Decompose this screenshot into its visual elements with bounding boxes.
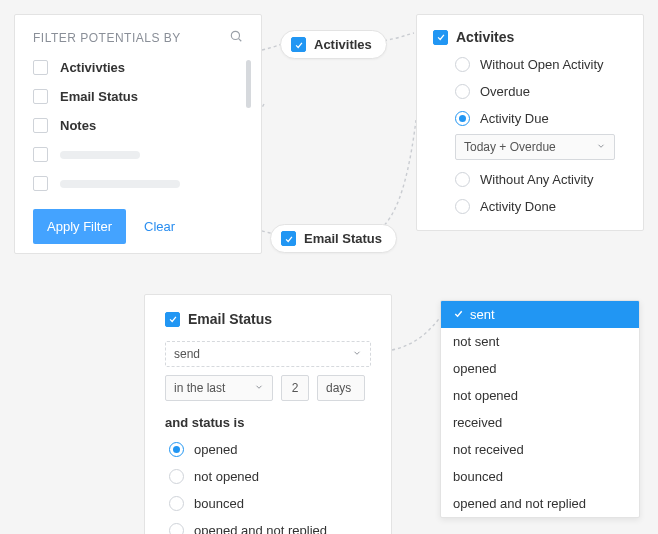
radio-opened[interactable]: opened xyxy=(169,442,371,457)
checkbox-checked[interactable] xyxy=(291,37,306,52)
dropdown-item-bounced[interactable]: bounced xyxy=(441,463,639,490)
checkbox-checked[interactable] xyxy=(433,30,448,45)
chevron-down-icon xyxy=(254,381,264,395)
radio[interactable] xyxy=(169,496,184,511)
dropdown-item-label: sent xyxy=(470,307,495,322)
dropdown-item-not-opened[interactable]: not opened xyxy=(441,382,639,409)
svg-point-0 xyxy=(231,31,239,39)
dropdown-item-not-received[interactable]: not received xyxy=(441,436,639,463)
email-primary-select[interactable]: send xyxy=(165,341,371,367)
filter-item-notes[interactable]: Notes xyxy=(33,118,243,133)
radio[interactable] xyxy=(455,84,470,99)
checkbox[interactable] xyxy=(33,176,48,191)
activities-panel: Activites Without Open Activity Overdue … xyxy=(416,14,644,231)
radio-selected[interactable] xyxy=(455,111,470,126)
dropdown-item-received[interactable]: received xyxy=(441,409,639,436)
filter-item-label: Activivties xyxy=(60,60,125,75)
dropdown-item-label: received xyxy=(453,415,502,430)
pill-activities[interactable]: Activitles xyxy=(280,30,387,59)
pill-label: Email Status xyxy=(304,231,382,246)
filter-item-email-status[interactable]: Email Status xyxy=(33,89,243,104)
radio-activity-due[interactable]: Activity Due xyxy=(455,111,627,126)
radio-label: not opened xyxy=(194,469,259,484)
radio-label: Overdue xyxy=(480,84,530,99)
status-dropdown[interactable]: sent not sent opened not opened received… xyxy=(440,300,640,518)
pill-email-status[interactable]: Email Status xyxy=(270,224,397,253)
radio-label: bounced xyxy=(194,496,244,511)
dropdown-item-opened[interactable]: opened xyxy=(441,355,639,382)
radio[interactable] xyxy=(455,199,470,214)
radio-label: Activity Done xyxy=(480,199,556,214)
check-icon xyxy=(453,307,464,322)
in-last-select[interactable]: in the last xyxy=(165,375,273,401)
clear-link[interactable]: Clear xyxy=(144,219,175,234)
checkbox[interactable] xyxy=(33,118,48,133)
pill-label: Activitles xyxy=(314,37,372,52)
radio-not-opened[interactable]: not opened xyxy=(169,469,371,484)
radio-without-any-activity[interactable]: Without Any Activity xyxy=(455,172,627,187)
dropdown-item-not-sent[interactable]: not sent xyxy=(441,328,639,355)
radio-opened-not-replied[interactable]: opened and not replied xyxy=(169,523,371,534)
radio[interactable] xyxy=(455,172,470,187)
dropdown-item-label: not received xyxy=(453,442,524,457)
email-status-header: Email Status xyxy=(188,311,272,327)
dropdown-item-label: opened and not replied xyxy=(453,496,586,511)
radio-label: opened and not replied xyxy=(194,523,327,534)
radio-label: Without Open Activity xyxy=(480,57,604,72)
and-status-label: and status is xyxy=(165,415,371,430)
select-value: in the last xyxy=(174,381,225,395)
activities-header: Activites xyxy=(456,29,514,45)
dropdown-item-sent[interactable]: sent xyxy=(441,301,639,328)
dropdown-item-label: opened xyxy=(453,361,496,376)
filter-panel: FILTER POTENTIALS BY Activivties Email S… xyxy=(14,14,262,254)
radio-activity-done[interactable]: Activity Done xyxy=(455,199,627,214)
radio-label: Activity Due xyxy=(480,111,549,126)
chevron-down-icon xyxy=(352,347,362,361)
checkbox[interactable] xyxy=(33,147,48,162)
filter-item-placeholder[interactable] xyxy=(33,176,243,191)
dropdown-item-label: not sent xyxy=(453,334,499,349)
svg-line-1 xyxy=(239,39,242,42)
apply-filter-button[interactable]: Apply Filter xyxy=(33,209,126,244)
radio-label: Without Any Activity xyxy=(480,172,593,187)
radio-selected[interactable] xyxy=(169,442,184,457)
search-icon[interactable] xyxy=(229,29,243,46)
placeholder-text xyxy=(60,180,180,188)
radio-without-open-activity[interactable]: Without Open Activity xyxy=(455,57,627,72)
radio[interactable] xyxy=(169,469,184,484)
email-status-panel: Email Status send in the last 2 days and… xyxy=(144,294,392,534)
unit-select[interactable]: days xyxy=(317,375,365,401)
dropdown-item-label: bounced xyxy=(453,469,503,484)
radio-label: opened xyxy=(194,442,237,457)
due-range-select[interactable]: Today + Overdue xyxy=(455,134,615,160)
radio[interactable] xyxy=(455,57,470,72)
scrollbar-thumb[interactable] xyxy=(246,60,251,108)
filter-list: Activivties Email Status Notes xyxy=(33,60,243,191)
dropdown-item-label: not opened xyxy=(453,388,518,403)
dropdown-item-opened-not-replied[interactable]: opened and not replied xyxy=(441,490,639,517)
checkbox[interactable] xyxy=(33,60,48,75)
checkbox[interactable] xyxy=(33,89,48,104)
checkbox-checked[interactable] xyxy=(281,231,296,246)
select-value: days xyxy=(326,381,351,395)
radio[interactable] xyxy=(169,523,184,534)
checkbox-checked[interactable] xyxy=(165,312,180,327)
filter-item-label: Notes xyxy=(60,118,96,133)
radio-bounced[interactable]: bounced xyxy=(169,496,371,511)
chevron-down-icon xyxy=(596,140,606,154)
filter-item-label: Email Status xyxy=(60,89,138,104)
filter-title: FILTER POTENTIALS BY xyxy=(33,31,181,45)
filter-item-placeholder[interactable] xyxy=(33,147,243,162)
placeholder-text xyxy=(60,151,140,159)
filter-item-activities[interactable]: Activivties xyxy=(33,60,243,75)
select-value: Today + Overdue xyxy=(464,140,556,154)
radio-overdue[interactable]: Overdue xyxy=(455,84,627,99)
number-input[interactable]: 2 xyxy=(281,375,309,401)
select-value: send xyxy=(174,347,200,361)
